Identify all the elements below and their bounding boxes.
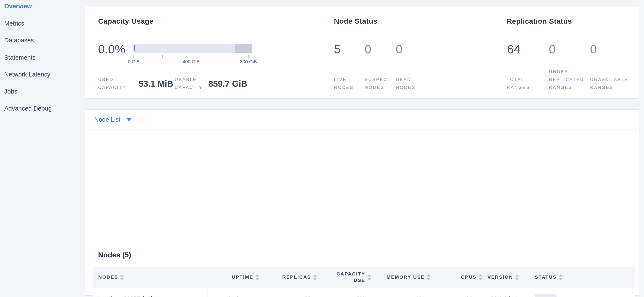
column-header-version[interactable]: VERSION — [482, 267, 530, 288]
sidebar-item-databases[interactable]: Databases — [4, 37, 34, 44]
column-header-replicas[interactable]: REPLICAS — [259, 267, 317, 288]
node-address-cell[interactable]: localhost:26257 (n1) — [93, 288, 207, 297]
live-nodes-count: 5 — [334, 42, 340, 56]
sort-icon — [478, 274, 482, 280]
capacity-bar-used-marker — [134, 45, 135, 51]
total-ranges-count: 64 — [507, 42, 520, 56]
node-list-dropdown[interactable]: Node List — [85, 110, 639, 130]
capacity-usage-title: Capacity Usage — [98, 17, 154, 25]
chevron-down-icon — [126, 118, 132, 121]
node-status-title: Node Status — [334, 17, 378, 25]
capacity-use-cell: 0% — [317, 288, 371, 297]
column-header-uptime[interactable]: UPTIME — [207, 267, 259, 288]
live-nodes-label: LIVE NODES — [334, 75, 354, 91]
axis-tick — [248, 55, 249, 58]
nodes-table: NODES UPTIME REPLICAS CAPACITY USE M — [93, 267, 635, 297]
dead-nodes-count: 0 — [396, 42, 402, 56]
usable-capacity-value: 859.7 GiB — [208, 79, 247, 89]
column-header-cpus[interactable]: CPUS — [430, 267, 482, 288]
sort-icon — [427, 274, 430, 280]
axis-label-0gib: 0 GiB — [119, 59, 149, 64]
axis-tick — [134, 55, 134, 58]
cpus-cell: 16 — [430, 288, 482, 297]
dead-nodes-label: DEAD NODES — [396, 75, 416, 91]
axis-tick — [162, 55, 163, 58]
used-capacity-value: 53.1 MiB — [138, 79, 173, 89]
sidebar-item-overview[interactable]: Overview — [4, 2, 32, 10]
axis-label-400gib: 400 GiB — [176, 59, 206, 64]
column-header-status[interactable]: STATUS — [530, 267, 635, 288]
replicas-cell: 63 — [259, 288, 317, 297]
column-header-memory-use[interactable]: MEMORY USE — [371, 267, 430, 288]
axis-tick — [191, 55, 191, 58]
nodes-card: Node List Nodes (5) NODES UPTIME REPLICA… — [85, 109, 639, 296]
node-list-dropdown-label: Node List — [94, 116, 120, 123]
sort-icon — [120, 274, 124, 280]
version-cell: v20.1.0-bet… — [482, 288, 530, 297]
sidebar-item-statements[interactable]: Statements — [4, 54, 36, 61]
memory-use-cell: 1% — [371, 288, 430, 297]
status-cell: LIVE — [530, 288, 635, 297]
axis-label-800gib: 800 GiB — [234, 59, 263, 64]
sort-icon — [559, 274, 562, 280]
total-ranges-label: TOTAL RANGES — [507, 75, 530, 91]
table-header-row: NODES UPTIME REPLICAS CAPACITY USE M — [93, 267, 635, 288]
status-badge: LIVE — [535, 294, 556, 297]
table-row: localhost:26257 (n1) 4 minutes 63 0% 1% … — [93, 288, 635, 297]
capacity-usage-percent: 0.0% — [98, 42, 126, 56]
capacity-usage-bar — [133, 44, 252, 53]
under-replicated-ranges-count: 0 — [549, 42, 556, 56]
column-header-nodes[interactable]: NODES — [93, 267, 207, 288]
sidebar-item-advanced-debug[interactable]: Advanced Debug — [4, 105, 52, 112]
under-replicated-ranges-label: UNDER- REPLICATED RANGES — [549, 67, 584, 91]
sort-icon — [515, 274, 519, 280]
sidebar: Overview Metrics Databases Statements Ne… — [0, 0, 84, 297]
suspect-nodes-count: 0 — [365, 42, 371, 56]
nodes-table-title: Nodes (5) — [98, 251, 131, 259]
sidebar-item-jobs[interactable]: Jobs — [4, 88, 17, 95]
unavailable-ranges-label: UNAVAILABLE RANGES — [590, 75, 628, 91]
column-header-capacity-use[interactable]: CAPACITY USE — [317, 267, 371, 288]
suspect-nodes-label: SUSPECT NODES — [365, 75, 391, 91]
sort-icon — [255, 274, 259, 280]
axis-tick — [220, 55, 220, 58]
cluster-summary-card: Capacity Usage 0.0% 0 GiB 400 GiB 800 Gi… — [85, 6, 639, 99]
usable-capacity-label: USABLE CAPACITY — [175, 75, 202, 91]
unavailable-ranges-count: 0 — [590, 42, 597, 56]
capacity-bar-unusable-segment — [235, 44, 252, 53]
used-capacity-label: USED CAPACITY — [98, 75, 126, 91]
sidebar-item-metrics[interactable]: Metrics — [4, 20, 24, 27]
sort-icon — [367, 274, 371, 280]
sort-icon — [313, 274, 317, 280]
sidebar-item-network-latency[interactable]: Network Latency — [4, 71, 50, 78]
replication-status-title: Replication Status — [507, 17, 572, 25]
uptime-cell: 4 minutes — [207, 288, 259, 297]
